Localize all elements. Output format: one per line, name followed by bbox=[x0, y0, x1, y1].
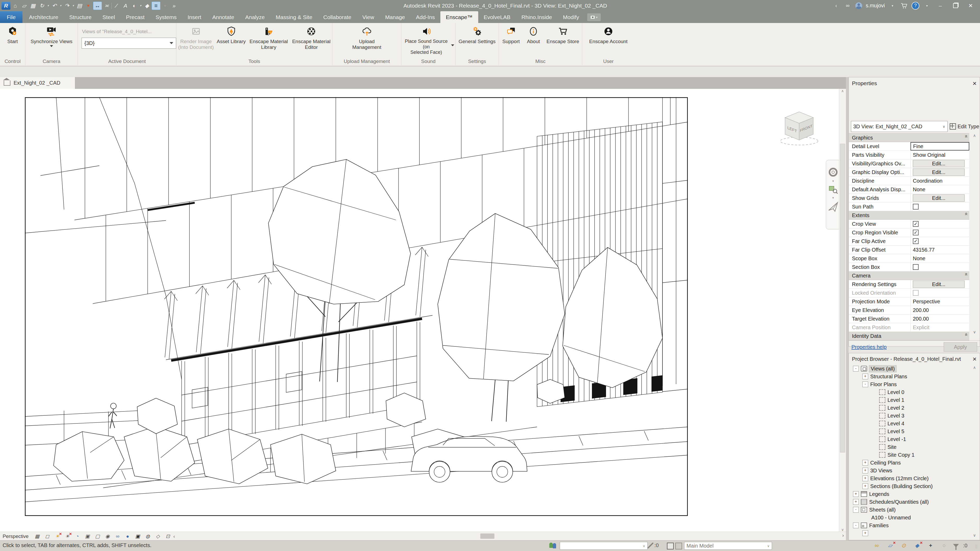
property-row[interactable]: Show Grids Edit... « bbox=[849, 194, 969, 202]
back-caret-icon[interactable]: ‹ bbox=[832, 2, 840, 10]
tree-item[interactable]: - Sheets (all) bbox=[849, 506, 980, 514]
signed-in-user[interactable]: s.mujovi bbox=[866, 3, 885, 9]
tree-item[interactable]: Level 3 bbox=[849, 412, 980, 419]
checkbox[interactable] bbox=[913, 204, 919, 210]
worksets-icon[interactable] bbox=[549, 542, 558, 549]
active-workset-select[interactable]: ∨ bbox=[560, 542, 648, 550]
checkbox[interactable] bbox=[913, 290, 919, 296]
aligned-dimension-icon[interactable]: ≍ bbox=[102, 2, 111, 10]
property-row[interactable]: Camera « bbox=[849, 272, 969, 280]
tree-item[interactable]: Site bbox=[849, 443, 980, 451]
project-browser-scrollbar[interactable]: ∧∨ bbox=[970, 365, 979, 538]
save-icon[interactable]: ▦ bbox=[29, 2, 37, 10]
text-icon[interactable]: A bbox=[121, 2, 130, 10]
tree-item[interactable]: + 3D Views bbox=[849, 467, 980, 475]
property-row[interactable]: Visibility/Graphics Ov... Edit... « bbox=[849, 159, 969, 168]
enscape-account-button[interactable]: Enscape Account bbox=[588, 25, 629, 45]
sync-with-central-icon[interactable]: ↻ bbox=[38, 2, 46, 10]
checkbox[interactable] bbox=[913, 230, 919, 235]
temporary-hide-isolate-icon[interactable]: ∞ bbox=[114, 533, 121, 540]
expand-toggle[interactable]: + bbox=[862, 483, 868, 489]
ribbon-tab[interactable]: Analyze bbox=[240, 11, 270, 23]
enscape-store-button[interactable]: Enscape Store bbox=[544, 25, 582, 45]
apply-button[interactable]: Apply bbox=[944, 342, 977, 352]
app-menu-revit-icon[interactable]: R bbox=[2, 2, 10, 10]
horizontal-scroll-thumb[interactable] bbox=[480, 534, 495, 539]
search-icon[interactable]: ∞ bbox=[844, 2, 852, 10]
property-row[interactable]: Discipline Coordination « bbox=[849, 176, 969, 185]
section-icon[interactable]: ◆ bbox=[143, 2, 151, 10]
model-line-icon[interactable]: ∕ bbox=[112, 2, 121, 10]
about-button[interactable]: About bbox=[523, 25, 544, 45]
checkbox[interactable] bbox=[913, 264, 919, 270]
export-pdf-icon[interactable]: ▼ bbox=[84, 2, 92, 10]
active-document-select[interactable]: {3D} bbox=[81, 38, 176, 49]
help-icon[interactable]: ? bbox=[912, 2, 920, 10]
design-options-icon[interactable] bbox=[667, 543, 674, 549]
ribbon-tab[interactable]: Enscape™ bbox=[440, 11, 478, 23]
property-row[interactable]: Crop Region Visible « bbox=[849, 228, 969, 237]
close-properties-icon[interactable]: × bbox=[973, 79, 977, 87]
reveal-constraints-icon[interactable]: ⊡ bbox=[164, 533, 172, 540]
drag-elements-on-selection-icon[interactable]: + bbox=[926, 541, 935, 549]
tab-file[interactable]: File bbox=[0, 11, 22, 23]
help-dropdown-caret-icon[interactable]: ▾ bbox=[923, 2, 931, 10]
tree-item[interactable]: - Families bbox=[849, 521, 980, 529]
ribbon-tab[interactable]: Insert bbox=[182, 11, 207, 23]
ribbon-tab[interactable]: Rhino.Inside bbox=[516, 11, 557, 23]
ribbon-tab[interactable]: Manage bbox=[380, 11, 410, 23]
ribbon-tab[interactable]: Add-Ins bbox=[410, 11, 440, 23]
ribbon-tab[interactable]: Collaborate bbox=[318, 11, 357, 23]
property-row[interactable]: Rendering Settings Edit... « bbox=[849, 280, 969, 289]
property-row[interactable]: Projection Mode Perspective « bbox=[849, 297, 969, 306]
synchronize-views-button[interactable]: Synchronize Views bbox=[30, 25, 73, 48]
dropdown-caret-icon[interactable]: ▾ bbox=[72, 2, 75, 10]
expand-toggle[interactable]: - bbox=[853, 522, 859, 528]
minimize-button[interactable]: – bbox=[934, 2, 946, 10]
tree-item[interactable]: + Ceiling Plans bbox=[849, 459, 980, 467]
tree-item[interactable]: + Elevations (12mm Circle) bbox=[849, 475, 980, 482]
ribbon-tab[interactable]: Architecture bbox=[24, 11, 64, 23]
close-button[interactable]: ✕ bbox=[965, 2, 976, 10]
property-row[interactable]: Parts Visibility Show Original « bbox=[849, 151, 969, 159]
property-row[interactable]: Eye Elevation 200.00 « bbox=[849, 306, 969, 314]
select-underlay-elements-icon[interactable]: ▱ bbox=[885, 541, 895, 549]
restore-button[interactable] bbox=[950, 2, 961, 10]
property-row[interactable]: Crop View « bbox=[849, 220, 969, 228]
checkbox[interactable] bbox=[913, 221, 919, 227]
property-row[interactable]: Far Clip Offset 43156.77 « bbox=[849, 246, 969, 254]
tree-item[interactable]: A100 - Unnamed bbox=[849, 514, 980, 521]
property-row[interactable]: Default Analysis Disp... None « bbox=[849, 185, 969, 194]
view-scale-label[interactable]: Perspective bbox=[0, 534, 33, 539]
enscape-material-editor-button[interactable]: Enscape Material Editor bbox=[291, 25, 332, 51]
property-row[interactable]: Scope Box None « bbox=[849, 254, 969, 263]
collapse-section-icon[interactable]: « bbox=[962, 135, 970, 140]
temporary-view-properties-icon[interactable]: ▣ bbox=[134, 533, 142, 540]
navigation-bar[interactable]: ▼ ▼ bbox=[826, 160, 840, 229]
filters-icon[interactable] bbox=[951, 541, 961, 549]
expand-toggle[interactable]: + bbox=[862, 460, 868, 465]
user-dropdown-caret-icon[interactable]: ▾ bbox=[889, 2, 896, 10]
tree-item[interactable]: Level -1 bbox=[849, 435, 980, 443]
dropdown-caret-icon[interactable]: ▾ bbox=[59, 2, 62, 10]
expand-toggle[interactable]: + bbox=[853, 491, 859, 497]
type-selector[interactable]: 3D View: Ext_Night_02 _CAD ∨ bbox=[851, 121, 948, 132]
dropdown-caret-icon[interactable]: ▾ bbox=[46, 2, 50, 10]
expand-toggle[interactable]: - bbox=[853, 507, 859, 513]
expand-toggle[interactable]: + bbox=[862, 475, 868, 481]
checkbox[interactable] bbox=[913, 238, 919, 244]
tree-item[interactable]: + Sections (Building Section) bbox=[849, 482, 980, 490]
property-row[interactable]: Extents « bbox=[849, 211, 969, 220]
show-rendering-dialog-icon[interactable]: ◔ bbox=[73, 533, 81, 540]
ribbon-tab[interactable]: EvolveLAB bbox=[478, 11, 516, 23]
panel-display-toggle[interactable]: ▾ bbox=[587, 13, 601, 21]
undo-icon[interactable]: ↶ bbox=[50, 2, 59, 10]
ribbon-tab[interactable]: Modify bbox=[557, 11, 585, 23]
shadows-icon[interactable]: ☀ bbox=[64, 533, 72, 540]
property-row[interactable]: Section Box « bbox=[849, 263, 969, 272]
ribbon-tab[interactable]: Annotate bbox=[207, 11, 240, 23]
customize-quick-access-icon[interactable]: » bbox=[170, 2, 178, 10]
resize-grip[interactable]: ░ bbox=[975, 544, 978, 548]
exclude-options-icon[interactable] bbox=[675, 543, 682, 549]
background-processes-icon[interactable]: ○ bbox=[939, 541, 949, 549]
